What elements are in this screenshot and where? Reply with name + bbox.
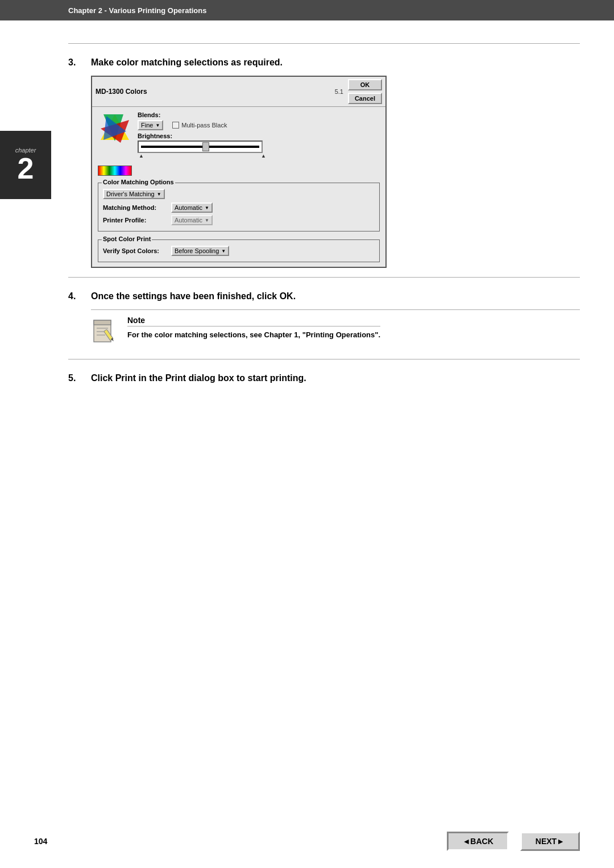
drivers-matching-row: Driver's Matching ▼ (103, 189, 375, 199)
drivers-matching-arrow-icon: ▼ (157, 192, 161, 197)
chapter-tab: chapter 2 (0, 131, 51, 199)
step-3-number: 3. (68, 57, 91, 268)
color-settings: Blends: Fine ▼ Multi-pass Black (138, 111, 380, 159)
note-icon (91, 316, 119, 344)
note-header: Note (127, 316, 380, 326)
step-4-title: Once the settings have been finished, cl… (91, 291, 580, 301)
multipass-label: Multi-pass Black (181, 122, 227, 129)
step-4-content: Once the settings have been finished, cl… (91, 291, 580, 350)
chapter-number: 2 (18, 154, 34, 183)
header-bar: Chapter 2 - Various Printing Operations (0, 0, 614, 20)
color-bar (98, 166, 132, 176)
header-title: Chapter 2 - Various Printing Operations (68, 6, 206, 15)
dialog-version: 5.1 (335, 88, 343, 95)
md1300-dialog: MD-1300 Colors 5.1 OK Cancel (91, 76, 387, 268)
verify-spot-label: Verify Spot Colors: (103, 247, 165, 254)
brightness-label: Brightness: (138, 133, 380, 139)
blends-label: Blends: (138, 111, 380, 118)
drivers-matching-label: Driver's Matching (106, 191, 155, 197)
step-4-section: 4. Once the settings have been finished,… (68, 277, 580, 359)
color-wheel-icon (98, 111, 132, 146)
dialog-body: Blends: Fine ▼ Multi-pass Black (92, 107, 385, 267)
automatic-arrow-icon: ▼ (205, 205, 209, 210)
multipass-row: Multi-pass Black (172, 122, 227, 129)
step-3-title: Make color matching selections as requir… (91, 57, 580, 68)
dialog-title: MD-1300 Colors (96, 88, 147, 96)
footer-buttons: ◄BACK NEXT► (447, 832, 580, 851)
matching-method-row: Matching Method: Automatic ▼ (103, 202, 375, 213)
spot-color-group: Spot Color Print Verify Spot Colors: Bef… (98, 239, 380, 262)
dialog-titlebar: MD-1300 Colors 5.1 OK Cancel (92, 77, 385, 107)
printer-profile-row: Printer Profile: Automatic ▼ (103, 215, 375, 225)
before-spooling-arrow-icon: ▼ (221, 249, 226, 254)
multipass-checkbox[interactable] (172, 122, 179, 129)
footer: 104 ◄BACK NEXT► (0, 832, 614, 851)
verify-spot-row: Verify Spot Colors: Before Spooling ▼ (103, 246, 375, 256)
svg-rect-5 (94, 320, 111, 325)
automatic-dropdown[interactable]: Automatic ▼ (171, 202, 213, 213)
color-matching-legend: Color Matching Options (102, 179, 175, 185)
step-4-number: 4. (68, 291, 91, 350)
brightness-track (141, 146, 259, 148)
step-5-section: 5. Click Print in the Print dialog box t… (68, 359, 580, 400)
step-5-content: Click Print in the Print dialog box to s… (91, 373, 580, 391)
left-arrow-icon: ▲ (139, 153, 144, 159)
fine-arrow-icon: ▼ (155, 123, 160, 128)
brightness-thumb[interactable] (202, 142, 209, 151)
note-section: Note For the color matching selections, … (91, 309, 580, 350)
slider-arrows: ▲ ▲ (138, 153, 267, 159)
automatic-label: Automatic (175, 204, 202, 211)
spot-color-body: Verify Spot Colors: Before Spooling ▼ (103, 246, 375, 256)
right-arrow-icon: ▲ (261, 153, 266, 159)
before-spooling-dropdown[interactable]: Before Spooling ▼ (171, 246, 229, 256)
before-spooling-label: Before Spooling (175, 247, 219, 254)
brightness-slider[interactable] (138, 140, 263, 153)
printer-profile-label: Printer Profile: (103, 217, 165, 224)
brightness-section: Brightness: ▲ ▲ (138, 133, 380, 159)
blends-row: Blends: Fine ▼ Multi-pass Black (138, 111, 380, 130)
page-number: 104 (34, 837, 47, 846)
step-3-content: Make color matching selections as requir… (91, 57, 580, 268)
color-matching-group: Color Matching Options Driver's Matching… (98, 183, 380, 232)
step-3-section: 3. Make color matching selections as req… (68, 43, 580, 277)
ok-button[interactable]: OK (348, 79, 382, 90)
fine-label: Fine (141, 122, 153, 129)
back-button[interactable]: ◄BACK (447, 832, 508, 851)
color-bar-row (98, 166, 380, 176)
cancel-button[interactable]: Cancel (348, 93, 382, 104)
step-5-title: Click Print in the Print dialog box to s… (91, 373, 580, 383)
color-section: Blends: Fine ▼ Multi-pass Black (98, 111, 380, 159)
note-text: For the color matching selections, see C… (127, 330, 380, 340)
blends-controls: Fine ▼ Multi-pass Black (138, 120, 380, 130)
automatic2-label: Automatic (175, 217, 202, 224)
color-matching-body: Driver's Matching ▼ Matching Method: Aut… (103, 189, 375, 225)
automatic2-arrow-icon: ▼ (205, 218, 209, 223)
step-5-number: 5. (68, 373, 91, 391)
fine-dropdown[interactable]: Fine ▼ (138, 120, 163, 130)
next-button[interactable]: NEXT► (520, 832, 580, 851)
main-content: 3. Make color matching selections as req… (0, 20, 614, 423)
dialog-top-buttons: OK Cancel (348, 79, 382, 104)
spot-color-legend: Spot Color Print (102, 235, 152, 242)
drivers-matching-dropdown[interactable]: Driver's Matching ▼ (103, 189, 165, 199)
matching-method-label: Matching Method: (103, 204, 165, 211)
note-content: Note For the color matching selections, … (127, 316, 380, 340)
automatic2-dropdown[interactable]: Automatic ▼ (171, 215, 213, 225)
